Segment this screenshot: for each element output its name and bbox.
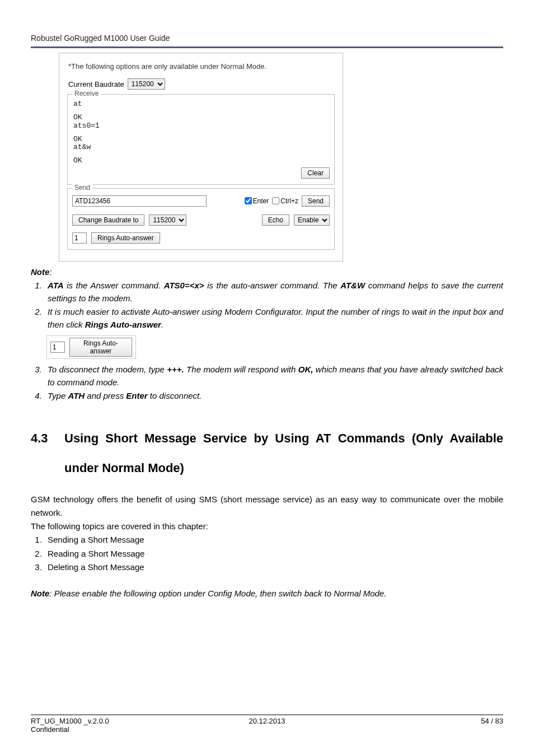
footer-center: 20.12.2013 [188,717,345,725]
echo-select[interactable]: Enable [294,214,330,226]
current-baudrate-label: Current Baudrate [68,80,124,88]
section-title-line2: under Normal Mode) [31,454,503,483]
header-rule [31,46,503,48]
footer-confidential: Confidential [31,725,503,734]
note-item: ATA is the Answer command. ATS0=<x> is t… [44,279,503,305]
notes-list-cont: To disconnect the modem, type +++. The m… [31,363,503,403]
rings-snippet: Rings Auto-answer [46,335,136,359]
rings-input[interactable] [72,232,87,244]
notes-list: ATA is the Answer command. ATS0=<x> is t… [31,279,503,331]
current-baudrate-row: Current Baudrate 115200 [68,78,337,90]
log-line: ats0=1 [73,122,330,130]
send-fieldset: Send Enter Ctrl+z Send Change Baudrate [67,188,335,250]
note-intro: Note: [31,266,503,279]
enter-checkbox-input[interactable] [245,197,252,204]
send-button[interactable]: Send [302,195,330,207]
screenshot-note: *The following options are only availabl… [68,62,337,71]
change-baudrate-select[interactable]: 115200 [149,214,186,226]
echo-button[interactable]: Echo [262,214,289,226]
receive-legend: Receive [72,90,101,97]
chapter-item: Deleting a Short Message [44,561,503,574]
rings-auto-answer-button[interactable]: Rings Auto-answer [91,232,160,244]
body-p2: The following topics are covered in this… [31,520,503,533]
footer-left: RT_UG_M1000 _v.2.0.0 [31,717,188,725]
section-heading: 4.3Using Short Message Service by Using … [31,424,503,483]
enter-checkbox[interactable]: Enter [245,197,269,205]
log-line: OK [73,157,330,165]
note-item: It is much easier to activate Auto-answe… [44,306,503,331]
send-input[interactable] [72,195,207,207]
receive-fieldset: Receive at OK ats0=1 OK at&w OK Clear [67,94,335,185]
enter-checkbox-label: Enter [253,197,269,205]
ctrlz-checkbox-label: Ctrl+z [280,197,298,205]
chapter-item: Reading a Short Message [44,548,503,561]
section-number: 4.3 [31,424,64,454]
send-legend: Send [72,184,92,192]
log-line: at [73,100,330,108]
log-line: OK [73,114,330,122]
body-p1: GSM technology offers the benefit of usi… [31,493,503,519]
note-final-text: : Please enable the following option und… [49,589,386,598]
note-label: Note [31,267,49,277]
configurator-screenshot: *The following options are only availabl… [59,53,343,262]
chapter-item: Sending a Short Message [44,534,503,547]
note-item: Type ATH and press Enter to disconnect. [44,390,503,403]
page-footer: RT_UG_M1000 _v.2.0.0 20.12.2013 54 / 83 … [31,715,503,734]
note-colon: : [49,267,51,277]
footer-right: 54 / 83 [346,717,503,725]
ctrlz-checkbox[interactable]: Ctrl+z [272,197,298,205]
note-item: To disconnect the modem, type +++. The m… [44,363,503,389]
current-baudrate-select[interactable]: 115200 [128,78,165,90]
section-title-line1: Using Short Message Service by Using AT … [64,431,503,445]
ctrlz-checkbox-input[interactable] [272,197,279,204]
log-line: at&w [73,143,330,151]
rings-snippet-button[interactable]: Rings Auto-answer [69,338,132,357]
footer-rule [31,715,503,715]
note-final: Note: Please enable the following option… [31,589,503,598]
log-line: OK [73,136,330,143]
chapter-list: Sending a Short Message Reading a Short … [31,534,503,574]
doc-header: Robustel GoRugged M1000 User Guide [31,34,503,45]
rings-snippet-input[interactable] [50,342,65,353]
receive-log: at OK ats0=1 OK at&w OK [72,98,330,165]
clear-button[interactable]: Clear [301,167,330,179]
note-final-label: Note [31,589,49,598]
change-baudrate-button[interactable]: Change Baudrate to [72,214,144,226]
